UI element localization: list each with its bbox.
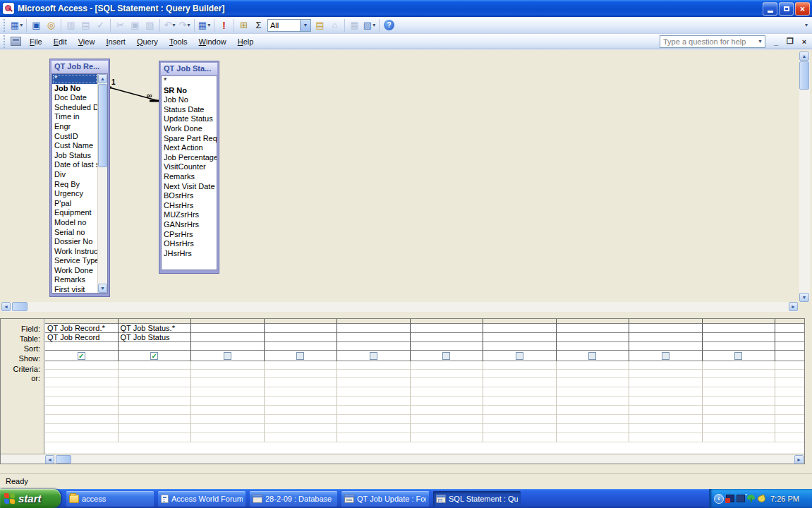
grid-cell-empty[interactable]	[337, 415, 411, 424]
show-cell[interactable]	[557, 351, 630, 361]
spelling-button[interactable]: ✓	[93, 18, 108, 32]
grid-cell-empty[interactable]	[775, 424, 804, 433]
grid-cell-empty[interactable]	[629, 406, 703, 415]
field-item[interactable]: Engr	[52, 122, 97, 132]
column-selector[interactable]	[703, 319, 776, 324]
show-checkbox[interactable]	[662, 352, 669, 360]
grid-cell-empty[interactable]	[483, 406, 557, 415]
field-list-title[interactable]: QT Job Re...	[51, 61, 108, 73]
top-values-combo[interactable]: All▼	[267, 19, 311, 32]
grid-cell-empty[interactable]	[337, 397, 411, 406]
criteria-cell[interactable]	[775, 361, 804, 370]
show-table-button[interactable]: ⊞	[236, 18, 251, 32]
scroll-right-icon[interactable]: ►	[794, 455, 804, 464]
field-item[interactable]: First visit	[52, 285, 97, 294]
field-item[interactable]: Remarks	[52, 275, 97, 285]
grid-cell-empty[interactable]	[557, 415, 630, 424]
sort-cell[interactable]	[191, 342, 265, 351]
grid-cell-empty[interactable]	[703, 406, 776, 415]
taskbar-button[interactable]: QT Job Update : Form	[341, 491, 429, 507]
help-button[interactable]: ?	[382, 18, 396, 32]
grid-cell-empty[interactable]	[703, 397, 776, 406]
menu-insert[interactable]: Insert	[100, 35, 131, 48]
paste-button[interactable]: ▨	[143, 18, 157, 32]
or-cell[interactable]	[191, 370, 265, 378]
grid-cell-empty[interactable]	[191, 378, 265, 387]
or-cell[interactable]	[337, 370, 411, 378]
show-checkbox[interactable]	[224, 352, 231, 360]
grid-cell-empty[interactable]	[557, 397, 630, 406]
grid-cell-empty[interactable]	[45, 406, 119, 415]
grid-cell-empty[interactable]	[191, 415, 265, 424]
or-cell[interactable]	[265, 370, 338, 378]
table-cell[interactable]	[411, 333, 484, 342]
menu-help[interactable]: Help	[232, 35, 260, 48]
sort-cell[interactable]	[265, 342, 338, 351]
field-item[interactable]: *	[162, 76, 217, 86]
field-item[interactable]: GANsrHrs	[162, 220, 217, 230]
grid-cell-empty[interactable]	[483, 378, 557, 387]
show-cell[interactable]	[191, 351, 265, 361]
field-cell[interactable]	[703, 324, 776, 333]
grid-cell-empty[interactable]	[45, 415, 119, 424]
grid-cell-empty[interactable]	[483, 397, 557, 406]
grid-horizontal-scrollbar[interactable]: ◄ ►	[1, 454, 804, 464]
view-button[interactable]: ▦▾	[9, 18, 24, 32]
field-item[interactable]: Work Done	[162, 124, 217, 134]
grid-cell-empty[interactable]	[629, 424, 703, 433]
column-selector[interactable]	[483, 319, 557, 324]
field-item[interactable]: BOsrHrs	[162, 191, 217, 201]
undo-button[interactable]: ↶▾	[162, 18, 177, 32]
grid-cell-empty[interactable]	[775, 406, 804, 415]
grid-cell-empty[interactable]	[191, 424, 265, 433]
grid-cell-empty[interactable]	[411, 433, 484, 442]
grid-cell-empty[interactable]	[557, 378, 630, 387]
scroll-right-icon[interactable]: ►	[789, 302, 798, 311]
grid-cell-empty[interactable]	[265, 387, 338, 397]
field-item[interactable]: Job Percentage	[162, 153, 217, 163]
grid-cell-empty[interactable]	[775, 378, 804, 387]
field-item[interactable]: Div	[52, 170, 97, 180]
grid-cell-empty[interactable]	[703, 424, 776, 433]
save-button[interactable]: ▣	[29, 18, 44, 32]
child-close-button[interactable]: ×	[799, 37, 809, 46]
grid-cell-empty[interactable]	[119, 433, 192, 442]
grid-cell-empty[interactable]	[45, 397, 119, 406]
grid-cell-empty[interactable]	[775, 387, 804, 397]
field-item[interactable]: Model no	[52, 218, 97, 228]
grid-cell-empty[interactable]	[337, 433, 411, 442]
totals-button[interactable]: Σ	[251, 18, 266, 32]
scroll-left-icon[interactable]: ◄	[45, 455, 54, 464]
query-design-surface[interactable]: 1 ∞ QT Job Re... *Job NoDoc DateSchedule…	[0, 49, 812, 313]
grid-cell-empty[interactable]	[557, 424, 630, 433]
field-cell[interactable]	[337, 324, 411, 333]
column-selector[interactable]	[191, 319, 265, 324]
field-item[interactable]: OHsrHrs	[162, 239, 217, 249]
show-cell[interactable]	[265, 351, 338, 361]
table-cell[interactable]	[703, 333, 776, 342]
grid-cell-empty[interactable]	[45, 424, 119, 433]
query-window-icon[interactable]	[11, 37, 21, 46]
sort-cell[interactable]	[337, 342, 411, 351]
show-checkbox[interactable]	[370, 352, 377, 360]
column-selector[interactable]	[119, 319, 192, 324]
field-list-scrollbar[interactable]: ▲ ▼	[97, 74, 107, 293]
grid-cell-empty[interactable]	[191, 406, 265, 415]
criteria-cell[interactable]	[557, 361, 630, 370]
show-cell[interactable]	[411, 351, 484, 361]
show-checkbox[interactable]: ✓	[150, 352, 158, 360]
taskbar-button[interactable]: 28-2-09 : Database (...	[250, 491, 337, 507]
show-cell[interactable]	[703, 351, 776, 361]
table-cell[interactable]	[265, 333, 338, 342]
field-item[interactable]: Service Type	[52, 256, 97, 266]
grid-cell-empty[interactable]	[629, 397, 703, 406]
field-item[interactable]: Cust Name	[52, 141, 97, 151]
grid-cell-empty[interactable]	[337, 406, 411, 415]
column-selector[interactable]	[557, 319, 630, 324]
show-cell[interactable]	[483, 351, 557, 361]
copy-button[interactable]: ▣	[128, 18, 143, 32]
file-search-button[interactable]: ◎	[44, 18, 59, 32]
database-window-button[interactable]: ▦	[347, 18, 362, 32]
design-vertical-scrollbar[interactable]: ▲ ▼	[799, 52, 810, 302]
criteria-cell[interactable]	[265, 361, 338, 370]
